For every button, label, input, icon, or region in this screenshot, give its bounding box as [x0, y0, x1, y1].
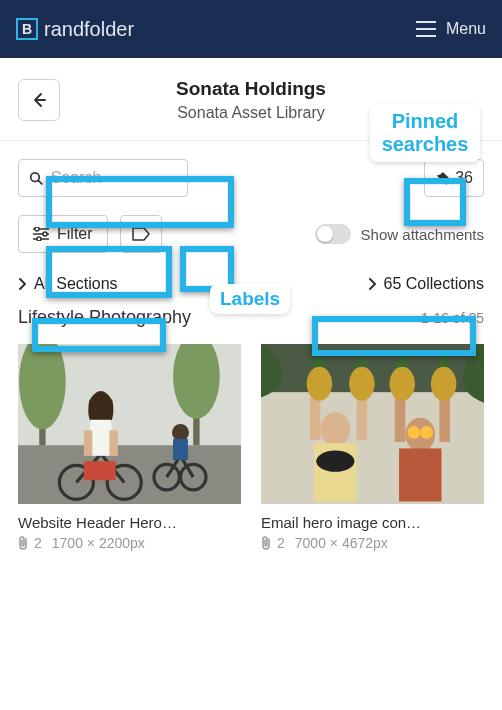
chevron-right-icon [368, 278, 376, 290]
logo-text: randfolder [44, 18, 134, 41]
nav-row: All Sections 65 Collections [0, 271, 502, 297]
chevron-right-icon [18, 278, 26, 290]
app-header: randfolder Menu [0, 0, 502, 58]
org-title: Sonata Holdings [60, 78, 442, 100]
svg-rect-20 [109, 430, 117, 455]
svg-point-25 [316, 451, 354, 472]
section-heading: Lifestyle Photography 1-16 of 25 [0, 297, 502, 344]
svg-point-23 [320, 412, 350, 446]
svg-point-2 [43, 232, 47, 236]
logo-icon [16, 18, 38, 40]
tag-icon [132, 227, 150, 241]
pinned-count-button[interactable]: 36 [424, 159, 484, 197]
show-attachments-label: Show attachments [361, 226, 484, 243]
library-subtitle: Sonata Asset Library [60, 104, 442, 122]
asset-title: Email hero image con… [261, 514, 484, 531]
menu-button[interactable]: Menu [416, 20, 486, 38]
svg-point-34 [307, 367, 332, 401]
toolbar: 36 Filter Show attachments [0, 141, 502, 253]
hamburger-icon [416, 21, 436, 37]
svg-rect-33 [439, 397, 450, 442]
arrow-left-icon [31, 92, 47, 108]
search-field[interactable] [51, 169, 177, 187]
svg-point-35 [349, 367, 374, 401]
asset-card[interactable]: Email hero image con… 2 7000 × 4672px [261, 344, 484, 551]
asset-grid: Website Header Hero… 2 1700 × 2200px [0, 344, 502, 551]
pin-icon [435, 171, 449, 185]
attachment-count: 2 [277, 535, 285, 551]
brand-logo: randfolder [16, 18, 134, 41]
title-area: Sonata Holdings Sonata Asset Library [0, 58, 502, 141]
menu-label: Menu [446, 20, 486, 38]
svg-rect-27 [357, 397, 368, 439]
asset-dimensions: 7000 × 4672px [295, 535, 388, 551]
svg-point-36 [389, 367, 414, 401]
asset-thumbnail [18, 344, 241, 504]
show-attachments-toggle[interactable] [315, 224, 351, 244]
section-name: Lifestyle Photography [18, 307, 191, 328]
paperclip-icon [261, 536, 273, 550]
svg-point-37 [431, 367, 456, 401]
asset-card[interactable]: Website Header Hero… 2 1700 × 2200px [18, 344, 241, 551]
sliders-icon [33, 227, 49, 241]
svg-rect-5 [18, 445, 241, 504]
svg-rect-26 [310, 397, 321, 439]
svg-point-30 [408, 426, 421, 439]
paperclip-icon [18, 536, 30, 550]
svg-rect-29 [399, 448, 441, 501]
show-attachments-row: Show attachments [315, 224, 484, 244]
search-icon [29, 170, 43, 186]
asset-thumbnail [261, 344, 484, 504]
svg-point-3 [37, 237, 41, 241]
attachment-count: 2 [34, 535, 42, 551]
svg-point-31 [420, 426, 433, 439]
svg-rect-32 [395, 397, 406, 442]
page-title-block: Sonata Holdings Sonata Asset Library [60, 78, 442, 122]
svg-rect-16 [84, 461, 116, 480]
collections-label: 65 Collections [384, 275, 485, 293]
filter-label: Filter [57, 225, 93, 243]
asset-meta: 2 7000 × 4672px [261, 535, 484, 551]
svg-rect-19 [84, 430, 92, 455]
asset-meta: 2 1700 × 2200px [18, 535, 241, 551]
svg-point-12 [172, 424, 189, 441]
labels-button[interactable] [120, 215, 162, 253]
all-sections-link[interactable]: All Sections [18, 275, 118, 293]
svg-point-1 [35, 227, 39, 231]
back-button[interactable] [18, 79, 60, 121]
section-count: 1-16 of 25 [421, 310, 484, 326]
asset-dimensions: 1700 × 2200px [52, 535, 145, 551]
asset-title: Website Header Hero… [18, 514, 241, 531]
filter-button[interactable]: Filter [18, 215, 108, 253]
svg-rect-18 [90, 420, 111, 456]
all-sections-label: All Sections [34, 275, 118, 293]
svg-rect-13 [173, 439, 188, 460]
pin-count-value: 36 [455, 169, 473, 187]
collections-link[interactable]: 65 Collections [368, 275, 485, 293]
search-input[interactable] [18, 159, 188, 197]
